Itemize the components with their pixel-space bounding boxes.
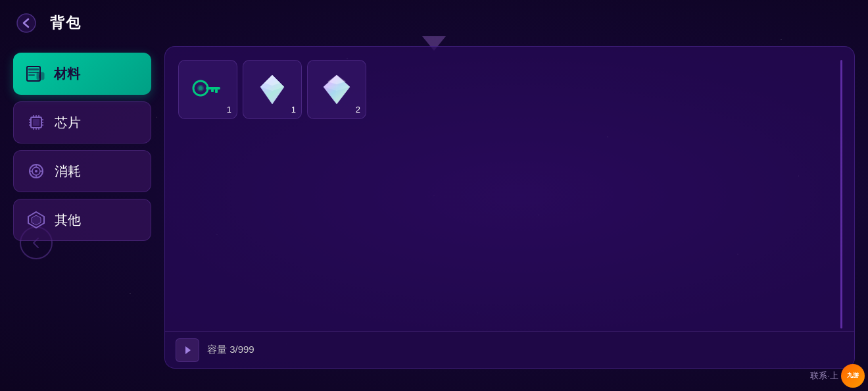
svg-point-23 bbox=[35, 170, 37, 172]
sort-button[interactable] bbox=[176, 338, 199, 362]
svg-rect-2 bbox=[28, 68, 39, 70]
item-count-2: 1 bbox=[291, 105, 296, 115]
chips-icon bbox=[26, 112, 47, 133]
jiuyou-watermark: 联系·上 九游 bbox=[810, 364, 865, 388]
jiuyou-badge: 九游 bbox=[841, 364, 865, 388]
sidebar-item-others[interactable]: 其他 bbox=[13, 199, 151, 241]
content-area: 1 bbox=[164, 46, 855, 369]
sidebar-item-chips-label: 芯片 bbox=[55, 114, 81, 132]
sidebar: i 材料 bbox=[13, 46, 151, 241]
others-icon bbox=[26, 209, 47, 230]
svg-point-0 bbox=[17, 14, 36, 32]
item-crystal-small-icon bbox=[254, 71, 291, 108]
sort-icon bbox=[181, 344, 193, 356]
sidebar-item-materials[interactable]: i 材料 bbox=[13, 53, 151, 95]
back-button[interactable] bbox=[13, 10, 39, 36]
sidebar-item-consumables-label: 消耗 bbox=[55, 163, 81, 180]
watermark-text: 联系·上 bbox=[810, 370, 838, 382]
svg-rect-8 bbox=[33, 119, 39, 126]
item-crystal-large-icon bbox=[318, 71, 355, 108]
item-slot-2[interactable]: 1 bbox=[243, 60, 302, 119]
items-grid: 1 bbox=[165, 47, 854, 331]
capacity-label: 容量 3/999 bbox=[207, 344, 254, 356]
scrollbar-visual bbox=[840, 60, 842, 328]
svg-text:i: i bbox=[39, 73, 41, 80]
back-icon bbox=[16, 13, 37, 34]
materials-icon: i bbox=[25, 63, 46, 84]
main-layout: i 材料 bbox=[0, 46, 868, 391]
sidebar-item-chips[interactable]: 芯片 bbox=[13, 101, 151, 143]
svg-rect-4 bbox=[28, 74, 35, 76]
consumables-icon bbox=[26, 161, 47, 182]
item-slot-3[interactable]: 2 bbox=[307, 60, 366, 119]
sidebar-item-consumables[interactable]: 消耗 bbox=[13, 150, 151, 192]
item-count-1: 1 bbox=[227, 105, 231, 115]
sidebar-item-others-label: 其他 bbox=[55, 211, 81, 229]
content-bottom-bar: 容量 3/999 bbox=[165, 331, 854, 368]
page-title: 背包 bbox=[50, 13, 82, 33]
svg-rect-30 bbox=[206, 87, 220, 90]
item-key-icon bbox=[189, 71, 226, 108]
sidebar-item-materials-label: 材料 bbox=[54, 65, 80, 83]
top-bar: 背包 bbox=[0, 0, 868, 46]
svg-marker-36 bbox=[185, 346, 191, 354]
svg-rect-32 bbox=[211, 90, 214, 92]
item-slot-1[interactable]: 1 bbox=[178, 60, 237, 119]
item-count-3: 2 bbox=[356, 105, 360, 115]
svg-point-33 bbox=[199, 86, 203, 90]
svg-rect-31 bbox=[215, 90, 218, 93]
